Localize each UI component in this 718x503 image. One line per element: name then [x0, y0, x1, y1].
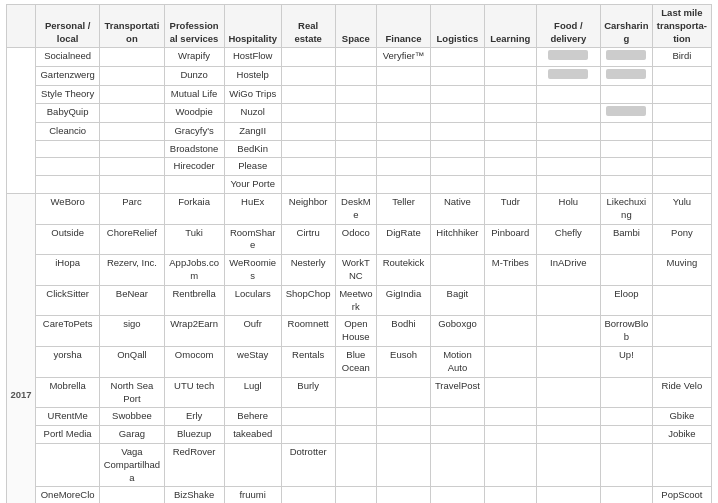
data-cell [600, 122, 652, 140]
data-cell: Eusoh [377, 347, 431, 378]
data-cell [377, 158, 431, 176]
data-cell [484, 86, 536, 104]
data-cell: Nuzol [224, 103, 281, 122]
data-cell [335, 408, 376, 426]
data-cell [484, 67, 536, 86]
col-lastmile: Last mile transporta- tion [652, 5, 711, 48]
data-cell: iHopa [36, 255, 100, 286]
data-cell [224, 443, 281, 486]
data-cell: Eloop [600, 285, 652, 316]
data-cell [600, 103, 652, 122]
data-cell: Tudr [484, 193, 536, 224]
data-cell [652, 140, 711, 158]
data-cell: Gracyfy's [164, 122, 224, 140]
data-cell [652, 86, 711, 104]
data-cell: Hitchhiker [430, 224, 484, 255]
data-cell: Swobbee [100, 408, 164, 426]
data-cell: M-Tribes [484, 255, 536, 286]
table-row: SocialneedWrapifyHostFlowVeryfier™Birdi [7, 48, 712, 67]
data-cell: Dotrotter [281, 443, 335, 486]
data-cell [281, 426, 335, 444]
data-cell: Motion Auto [430, 347, 484, 378]
data-cell: Open House [335, 316, 376, 347]
data-cell [600, 408, 652, 426]
data-cell: Meetwork [335, 285, 376, 316]
data-cell [335, 67, 376, 86]
data-cell [430, 67, 484, 86]
data-cell: Pinboard [484, 224, 536, 255]
data-cell [484, 122, 536, 140]
data-cell [335, 86, 376, 104]
data-cell [281, 122, 335, 140]
data-cell: Dunzo [164, 67, 224, 86]
data-cell [335, 140, 376, 158]
data-cell: Birdi [652, 48, 711, 67]
data-cell [536, 487, 600, 503]
data-cell: Broadstone [164, 140, 224, 158]
table-row: Portl MediaGaragBluezuptakeabedJobike [7, 426, 712, 444]
data-cell: Gartenzwerg [36, 67, 100, 86]
data-cell [536, 377, 600, 408]
data-cell [430, 48, 484, 67]
col-hospitality: Hospitality [224, 5, 281, 48]
data-cell [536, 67, 600, 86]
data-cell [377, 487, 431, 503]
data-cell [335, 377, 376, 408]
data-cell [484, 426, 536, 444]
data-cell: Erly [164, 408, 224, 426]
data-cell: Neighbor [281, 193, 335, 224]
data-cell: WorkTNC [335, 255, 376, 286]
data-cell: Teller [377, 193, 431, 224]
col-logistics: Logistics [430, 5, 484, 48]
data-cell: Wrap2Earn [164, 316, 224, 347]
data-cell [335, 48, 376, 67]
data-cell: Forkaia [164, 193, 224, 224]
data-cell [484, 443, 536, 486]
data-cell [36, 176, 100, 194]
data-cell [377, 67, 431, 86]
data-cell: Omocom [164, 347, 224, 378]
data-cell: CareToPets [36, 316, 100, 347]
data-cell: Rezerv, Inc. [100, 255, 164, 286]
data-cell [484, 176, 536, 194]
data-cell [536, 86, 600, 104]
data-cell [652, 285, 711, 316]
data-cell [430, 443, 484, 486]
data-cell [652, 67, 711, 86]
data-cell: Pony [652, 224, 711, 255]
data-cell: GigIndia [377, 285, 431, 316]
data-cell: Rentbrella [164, 285, 224, 316]
data-cell [100, 103, 164, 122]
data-cell [281, 67, 335, 86]
data-cell [484, 140, 536, 158]
data-cell: Holu [536, 193, 600, 224]
col-professional: Professional services [164, 5, 224, 48]
col-transportation: Transportation [100, 5, 164, 48]
data-cell: BorrowBlob [600, 316, 652, 347]
table-row: MobrellaNorth Sea PortUTU techLuglBurlyT… [7, 377, 712, 408]
table-row: iHopaRezerv, Inc.AppJobs.comWeRoomiesNes… [7, 255, 712, 286]
col-year [7, 5, 36, 48]
data-cell [600, 48, 652, 67]
table-row: Vaga CompartilhadaRedRoverDotrotter [7, 443, 712, 486]
data-cell: WeRoomies [224, 255, 281, 286]
data-cell: Native [430, 193, 484, 224]
data-cell [536, 285, 600, 316]
table-row: Your Porte [7, 176, 712, 194]
data-cell [600, 176, 652, 194]
data-cell [377, 86, 431, 104]
data-cell: RoomShare [224, 224, 281, 255]
data-cell: ChoreRelief [100, 224, 164, 255]
data-cell [377, 377, 431, 408]
table-row: CareToPetssigoWrap2EarnOufrRoomnettOpen … [7, 316, 712, 347]
data-cell: Cirtru [281, 224, 335, 255]
data-cell [600, 443, 652, 486]
data-table: Personal / local Transportation Professi… [6, 4, 712, 503]
data-cell [536, 443, 600, 486]
data-cell [652, 122, 711, 140]
data-cell: Please [224, 158, 281, 176]
data-cell [600, 67, 652, 86]
year-cell: 2017 [7, 193, 36, 503]
data-cell: HostFlow [224, 48, 281, 67]
data-cell [536, 347, 600, 378]
